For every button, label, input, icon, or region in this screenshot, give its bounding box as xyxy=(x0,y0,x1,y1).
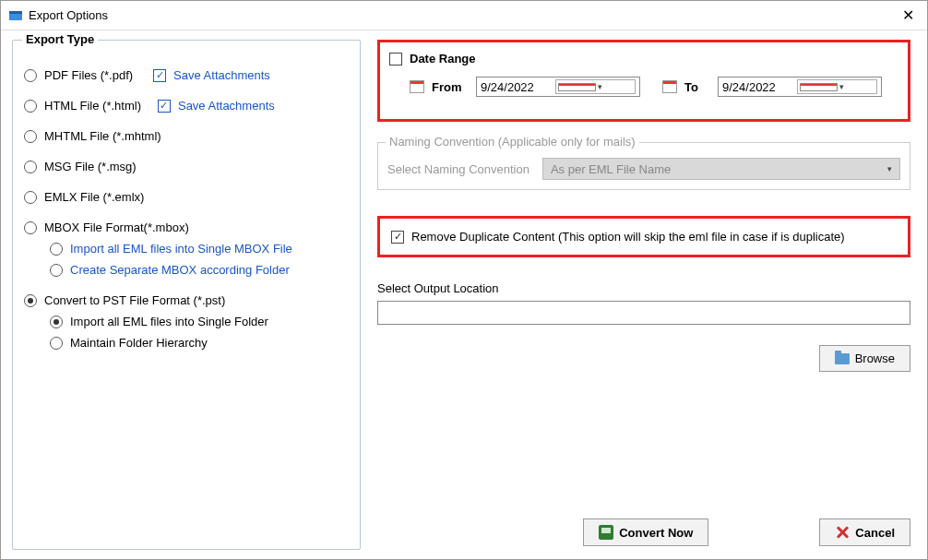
radio-pst-label: Convert to PST File Format (*.pst) xyxy=(44,293,225,307)
export-type-legend: Export Type xyxy=(22,32,98,46)
folder-icon xyxy=(835,353,850,364)
radio-mbox-separate-label: Create Separate MBOX according Folder xyxy=(70,263,290,277)
cancel-icon xyxy=(835,525,850,540)
remove-duplicate-highlight: Remove Duplicate Content (This option wi… xyxy=(377,216,910,257)
from-date-input[interactable]: 9/24/2022 ▾ xyxy=(476,77,640,97)
from-date-value: 9/24/2022 xyxy=(481,80,555,94)
radio-mbox[interactable] xyxy=(24,221,37,234)
chk-html-save-attachments[interactable] xyxy=(158,100,171,113)
cancel-label: Cancel xyxy=(855,526,895,540)
output-location-block: Select Output Location Browse xyxy=(377,281,910,372)
chk-date-range[interactable] xyxy=(389,53,402,66)
bottom-buttons: Convert Now Cancel xyxy=(583,518,910,546)
radio-pdf-label: PDF Files (*.pdf) xyxy=(44,68,133,82)
radio-html-label: HTML File (*.html) xyxy=(44,99,141,113)
chk-pdf-save-attachments[interactable] xyxy=(153,69,166,82)
to-date-value: 9/24/2022 xyxy=(722,80,797,94)
radio-mhtml[interactable] xyxy=(24,130,37,143)
radio-pst-single[interactable] xyxy=(50,316,63,328)
browse-button[interactable]: Browse xyxy=(819,345,910,372)
calendar-to-icon xyxy=(662,80,677,93)
radio-mbox-single[interactable] xyxy=(50,243,63,256)
chevron-down-icon: ▾ xyxy=(887,164,892,173)
radio-mhtml-label: MHTML File (*.mhtml) xyxy=(44,129,161,143)
remove-duplicate-label: Remove Duplicate Content (This option wi… xyxy=(411,230,845,244)
pdf-save-attachments-label: Save Attachments xyxy=(173,68,270,82)
titlebar: Export Options ✕ xyxy=(1,1,927,30)
radio-pst-single-label: Import all EML files into Single Folder xyxy=(70,315,268,328)
app-icon xyxy=(8,8,23,23)
convert-now-button[interactable]: Convert Now xyxy=(583,518,708,546)
output-location-input[interactable] xyxy=(377,301,910,325)
naming-label: Select Naming Convention xyxy=(387,162,529,176)
to-date-input[interactable]: 9/24/2022 ▾ xyxy=(718,77,882,97)
date-range-highlight: Date Range From 9/24/2022 ▾ To 9/24/2022… xyxy=(377,40,910,122)
radio-msg[interactable] xyxy=(24,161,37,173)
radio-emlx[interactable] xyxy=(24,191,37,204)
browse-label: Browse xyxy=(855,351,895,365)
radio-html[interactable] xyxy=(24,100,37,113)
naming-legend: Naming Convention (Applicable only for m… xyxy=(386,135,639,149)
radio-msg-label: MSG File (*.msg) xyxy=(44,160,137,173)
window-title: Export Options xyxy=(29,8,108,22)
radio-pst[interactable] xyxy=(24,294,37,307)
naming-select[interactable]: As per EML File Name ▾ xyxy=(542,158,900,180)
close-icon[interactable]: ✕ xyxy=(897,6,920,24)
date-range-title: Date Range xyxy=(410,52,476,66)
radio-pst-hierarchy[interactable] xyxy=(50,337,63,350)
to-date-picker[interactable]: ▾ xyxy=(797,79,877,94)
svg-rect-1 xyxy=(9,11,22,14)
save-icon xyxy=(599,525,613,540)
right-panel: Date Range From 9/24/2022 ▾ To 9/24/2022… xyxy=(361,40,916,550)
to-label: To xyxy=(684,80,710,94)
cancel-button[interactable]: Cancel xyxy=(819,518,910,546)
radio-pst-hierarchy-label: Maintain Folder Hierarchy xyxy=(70,336,208,350)
radio-mbox-label: MBOX File Format(*.mbox) xyxy=(44,220,189,234)
radio-mbox-separate[interactable] xyxy=(50,264,63,277)
output-label: Select Output Location xyxy=(377,281,910,295)
html-save-attachments-label: Save Attachments xyxy=(178,99,275,113)
content: Export Type PDF Files (*.pdf) Save Attac… xyxy=(1,30,927,559)
from-date-picker[interactable]: ▾ xyxy=(555,79,636,94)
chk-remove-duplicate[interactable] xyxy=(391,231,404,244)
radio-emlx-label: EMLX File (*.emlx) xyxy=(44,190,144,204)
naming-value: As per EML File Name xyxy=(551,162,671,176)
calendar-from-icon xyxy=(410,80,424,93)
convert-label: Convert Now xyxy=(619,526,693,540)
radio-pdf[interactable] xyxy=(24,69,37,82)
from-label: From xyxy=(432,80,469,94)
export-type-panel: Export Type PDF Files (*.pdf) Save Attac… xyxy=(12,40,361,550)
radio-mbox-single-label: Import all EML files into Single MBOX Fi… xyxy=(70,242,292,256)
naming-convention-panel: Naming Convention (Applicable only for m… xyxy=(377,142,910,190)
